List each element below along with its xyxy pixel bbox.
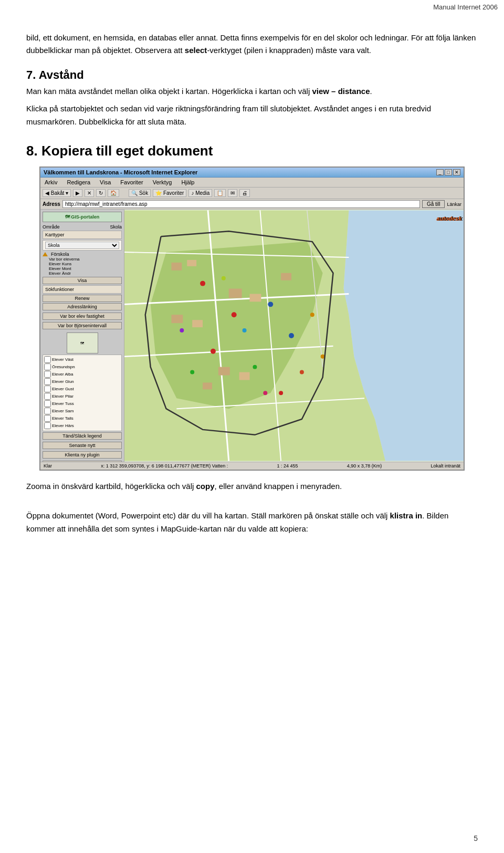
svg-rect-13 xyxy=(171,315,183,323)
legend-btn[interactable]: Tänd/Släck legend xyxy=(43,432,122,440)
svg-point-34 xyxy=(263,391,267,396)
svg-point-32 xyxy=(300,370,304,375)
status-km: 4,90 x 3,78 (Km) xyxy=(347,463,382,469)
layer-item: Elever Sam xyxy=(44,408,120,414)
section-7-para2: Klicka på startobjektet och sedan vid va… xyxy=(26,102,478,129)
layer-item: Elever Pilar xyxy=(44,393,120,400)
student-item: Elever Mont xyxy=(49,266,122,271)
logo-label: 🗺 GIS-portalen xyxy=(65,214,100,220)
media-button[interactable]: ♪ Media xyxy=(188,189,212,197)
svg-point-29 xyxy=(310,313,314,317)
refresh-button[interactable]: ↻ xyxy=(96,189,106,197)
minimize-button[interactable]: _ xyxy=(436,169,444,175)
student-item: Elever Kuns xyxy=(49,262,122,266)
area-label: Område xyxy=(43,224,60,230)
layer-item: Elever Väst xyxy=(44,356,120,363)
svg-point-21 xyxy=(200,281,205,286)
status-coords: x: 1 312 359,093708, y: 6 198 011,477677… xyxy=(101,463,228,469)
layer-item: Elever Alba xyxy=(44,371,120,378)
browser-title: Välkommen till Landskrona - Microsoft In… xyxy=(44,169,197,175)
status-left: Klar xyxy=(44,463,52,469)
back-button[interactable]: ◀ Bakåt ▾ xyxy=(43,189,71,197)
maximize-button[interactable]: □ xyxy=(445,169,452,175)
mail-button[interactable]: ✉ xyxy=(228,189,237,197)
layer-item: Elever Glun xyxy=(44,378,120,385)
sokfunktioner-section[interactable]: Sökfunktioner xyxy=(43,285,122,294)
menu-verktyg[interactable]: Verktyg xyxy=(151,179,174,186)
visa-button[interactable]: Visa xyxy=(43,277,122,284)
map-area[interactable]: autodesk autodesk xyxy=(124,210,464,462)
layer-item: Elever Härs xyxy=(44,422,120,429)
section-7-para1: Man kan mäta avståndet mellan olika obje… xyxy=(26,85,478,98)
svg-rect-11 xyxy=(171,263,182,271)
section-7-heading: 7. Avstånd xyxy=(26,68,478,82)
section-7: 7. Avstånd Man kan mäta avståndet mellan… xyxy=(26,68,478,128)
address-bar: Adress Gå till Länkar xyxy=(40,199,464,210)
renew-button[interactable]: Renew xyxy=(43,295,122,302)
layer-item: Elever Talls xyxy=(44,415,120,422)
svg-point-33 xyxy=(243,328,247,332)
svg-rect-20 xyxy=(203,383,212,390)
svg-rect-17 xyxy=(281,273,291,280)
menu-hjälp[interactable]: Hjälp xyxy=(179,179,196,186)
go-button[interactable]: Gå till xyxy=(422,200,445,208)
plugin-btn[interactable]: Klienta ny plugin xyxy=(43,451,122,459)
address-label: Adress xyxy=(43,201,60,207)
expand-arrow xyxy=(43,252,48,256)
layer-checkbox-list: Elever Väst Öresundspn Elever Alba Eleve… xyxy=(43,355,122,431)
browser-body: 🗺 GIS-portalen Område Skola Karttyper Sk… xyxy=(40,210,464,462)
page-number: 5 xyxy=(474,834,478,842)
menu-redigera[interactable]: Redigera xyxy=(65,179,92,186)
var-bor-fastighet-btn[interactable]: Var bor elev fastighet xyxy=(43,313,122,320)
close-button[interactable]: ✕ xyxy=(453,169,460,175)
footer-para1: Zooma in önskvärd kartbild, högerklicka … xyxy=(26,480,478,493)
browser-titlebar: Välkommen till Landskrona - Microsoft In… xyxy=(40,168,464,178)
menu-visa[interactable]: Visa xyxy=(98,179,113,186)
page-header: Manual Internet 2006 xyxy=(378,0,504,14)
browser-toolbar: ◀ Bakåt ▾ ▶ ✕ ↻ 🏠 🔍 Sök ⭐ Favoriter ♪ Me… xyxy=(40,188,464,199)
section-8-heading: 8. Kopiera till eget dokument xyxy=(26,143,478,159)
search-buttons: Adresslänking Var bor elev fastighet Var… xyxy=(43,303,122,330)
history-button[interactable]: 📋 xyxy=(214,189,226,197)
forward-button[interactable]: ▶ xyxy=(73,189,82,197)
school-select[interactable]: Skola Förskola xyxy=(45,242,119,249)
svg-rect-15 xyxy=(229,289,242,298)
school-dropdown: Skola Förskola xyxy=(43,240,122,251)
var-bor-björsen-btn[interactable]: Var bor Björsenintervall xyxy=(43,322,122,329)
svg-text:autodesk: autodesk xyxy=(436,216,462,222)
svg-rect-12 xyxy=(187,260,196,266)
layer-item: Elever Gust xyxy=(44,386,120,392)
svg-point-28 xyxy=(279,391,283,396)
gis-protokoll-btn[interactable]: GIS-protokoll xyxy=(43,461,122,462)
svg-point-25 xyxy=(289,333,294,338)
status-right: Lokalt intranät xyxy=(430,463,460,469)
menu-favoriter[interactable]: Favoriter xyxy=(118,179,145,186)
footer-para2: Öppna dokumentet (Word, Powerpoint etc) … xyxy=(26,509,478,536)
search-button[interactable]: 🔍 Sök xyxy=(129,189,151,197)
karttyper-section[interactable]: Karttyper xyxy=(43,231,122,239)
gis-portal-logo: 🗺 GIS-portalen xyxy=(43,212,122,222)
links-label: Länkar xyxy=(447,202,461,207)
browser-menubar: Arkiv Redigera Visa Favoriter Verktyg Hj… xyxy=(40,178,464,188)
address-input[interactable] xyxy=(62,200,420,208)
favorites-button[interactable]: ⭐ Favoriter xyxy=(153,189,186,197)
svg-rect-14 xyxy=(192,320,203,327)
stop-button[interactable]: ✕ xyxy=(85,189,94,197)
status-scale: 1 : 24 455 xyxy=(277,463,298,469)
preschool-label: Förskola xyxy=(51,252,69,257)
layer-item: Öresundspn xyxy=(44,363,120,370)
map-thumbnail: 🗺 xyxy=(67,332,98,353)
senaste-btn[interactable]: Senaste nytt xyxy=(43,442,122,449)
menu-arkiv[interactable]: Arkiv xyxy=(43,179,59,186)
svg-point-24 xyxy=(268,302,273,307)
student-item: Var bor eleverna xyxy=(49,257,122,262)
adresslänking-btn[interactable]: Adresslänking xyxy=(43,303,122,310)
svg-point-31 xyxy=(180,328,184,332)
map-svg: autodesk autodesk xyxy=(124,210,464,462)
print-button[interactable]: 🖨 xyxy=(239,189,250,197)
svg-point-22 xyxy=(232,313,237,318)
preschool-item: Förskola Var bor eleverna Elever Kuns El… xyxy=(43,252,122,276)
map-sidebar: 🗺 GIS-portalen Område Skola Karttyper Sk… xyxy=(40,210,124,462)
browser-statusbar: Klar x: 1 312 359,093708, y: 6 198 011,4… xyxy=(40,462,464,470)
home-button[interactable]: 🏠 xyxy=(108,189,119,197)
